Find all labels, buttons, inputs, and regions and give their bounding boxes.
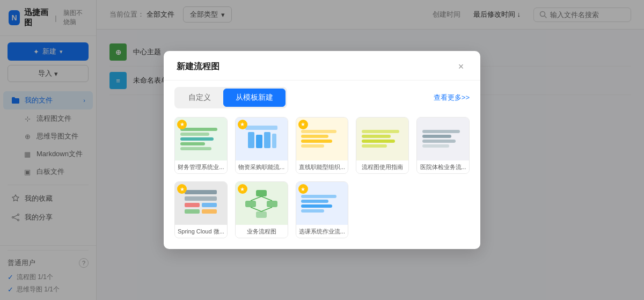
template-card-5[interactable]: ★ Spring Cloud 微... <box>174 181 228 238</box>
template-label-4: 医院体检业务流... <box>417 160 469 173</box>
svg-rect-20 <box>267 201 277 207</box>
template-label-6: 业务流程图 <box>236 225 288 238</box>
svg-line-22 <box>251 196 261 201</box>
tab-custom[interactable]: 自定义 <box>176 89 223 107</box>
template-label-0: 财务管理系统业... <box>175 160 227 173</box>
template-thumb-4 <box>417 118 469 160</box>
svg-rect-8 <box>248 132 254 148</box>
svg-rect-14 <box>185 203 200 207</box>
template-thumb-3 <box>356 118 408 160</box>
modal-header: 新建流程图 × <box>164 51 480 81</box>
modal-close-button[interactable]: × <box>455 61 467 74</box>
template-card-1[interactable]: ★ 物资采购职能流... <box>235 117 288 174</box>
svg-line-25 <box>261 207 272 211</box>
template-label-3: 流程图使用指南 <box>356 160 408 173</box>
template-card-3[interactable]: 流程图使用指南 <box>356 117 409 174</box>
svg-rect-16 <box>185 209 200 214</box>
svg-rect-21 <box>256 211 267 218</box>
svg-rect-10 <box>264 132 270 148</box>
template-thumb-0: ★ <box>175 118 227 160</box>
template-thumb-1: ★ <box>236 118 288 160</box>
svg-rect-13 <box>185 196 217 201</box>
svg-line-23 <box>261 196 272 201</box>
svg-rect-11 <box>272 134 276 148</box>
template-label-2: 直线职能型组织... <box>296 160 348 173</box>
modal-overlay: 新建流程图 × 自定义 从模板新建 查看更多>> ★ <box>0 0 644 300</box>
tab-from-template[interactable]: 从模板新建 <box>223 89 286 107</box>
template-label-7: 选课系统作业流... <box>296 225 348 238</box>
svg-rect-17 <box>202 209 217 214</box>
template-thumb-6: ★ <box>236 182 288 225</box>
template-thumb-2: ★ <box>296 118 348 160</box>
template-card-2[interactable]: ★ 直线职能型组织... <box>296 117 349 174</box>
svg-rect-9 <box>256 135 262 148</box>
template-thumb-5: ★ <box>175 182 227 225</box>
svg-rect-18 <box>256 190 267 196</box>
modal-body: ★ 财务管理系统业... ★ <box>164 108 480 250</box>
svg-rect-12 <box>185 190 217 194</box>
modal-title: 新建流程图 <box>177 61 219 72</box>
template-card-4[interactable]: 医院体检业务流... <box>416 117 470 174</box>
svg-rect-7 <box>245 126 277 130</box>
template-card-0[interactable]: ★ 财务管理系统业... <box>174 117 228 174</box>
template-card-7[interactable]: ★ 选课系统作业流... <box>296 181 349 238</box>
template-card-6[interactable]: ★ 业务流程图 <box>235 181 288 238</box>
see-more-link[interactable]: 查看更多>> <box>434 93 470 103</box>
template-grid: ★ 财务管理系统业... ★ <box>174 117 470 239</box>
template-label-5: Spring Cloud 微... <box>175 225 227 238</box>
new-flowchart-modal: 新建流程图 × 自定义 从模板新建 查看更多>> ★ <box>164 51 480 250</box>
template-label-1: 物资采购职能流... <box>236 160 288 173</box>
template-thumb-7: ★ <box>296 182 348 225</box>
svg-line-24 <box>251 207 261 211</box>
svg-rect-15 <box>202 203 217 207</box>
svg-rect-19 <box>245 201 256 207</box>
